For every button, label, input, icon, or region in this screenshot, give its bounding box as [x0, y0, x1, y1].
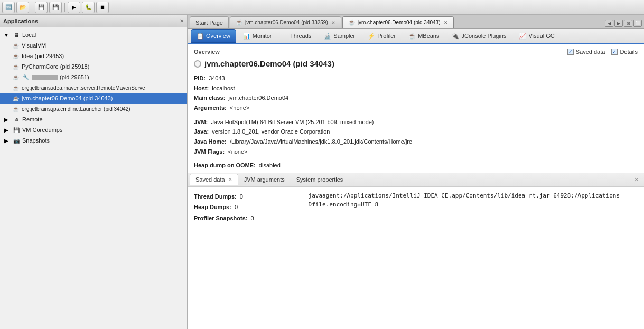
host-value: localhost: [212, 85, 235, 91]
sidebar-item-launcher[interactable]: ☕ org.jetbrains.jps.cmdline.Launcher (pi…: [0, 104, 187, 114]
sidebar-remote-label: Remote: [22, 116, 43, 123]
threads-icon: ≡: [285, 33, 288, 39]
win-restore-btn[interactable]: ▶: [614, 20, 623, 27]
pid-label: PID:: [194, 75, 206, 81]
tab-mbeans[interactable]: ☕ MBeans: [403, 29, 445, 43]
thread-dumps-row: Thread Dumps: 0: [194, 191, 292, 202]
profiler-snapshots-label: Profiler Snapshots:: [194, 215, 247, 221]
jconsole-label: JConsole Plugins: [461, 33, 506, 39]
jvm-arg-line2-text: -Dfile.encoding: [305, 201, 357, 208]
profiler-snapshots-value: 0: [251, 215, 254, 221]
tab-34043-label: jvm.chapter06.Demo04 (pid 34043): [358, 20, 441, 25]
toolbar-saveall-btn[interactable]: 💾: [49, 2, 62, 13]
profiler-snapshots-row: Profiler Snapshots: 0: [194, 213, 292, 224]
sys-props-tab-label: System properties: [296, 176, 343, 183]
bottom-tab-saved-data[interactable]: Saved data ✕: [190, 174, 238, 185]
sidebar-item-pycharm[interactable]: ☕ PyCharmCore (pid 25918): [0, 61, 187, 72]
bottom-tab-bar: Saved data ✕ JVM arguments System proper…: [188, 173, 644, 187]
toolbar-stop-btn[interactable]: ⏹: [96, 2, 109, 13]
process-title-row: jvm.chapter06.Demo04 (pid 34043): [194, 59, 638, 68]
win-minimize-btn[interactable]: ◀: [605, 20, 613, 27]
main-panel: Overview Saved data Details: [188, 44, 644, 329]
tab-demo04-34043[interactable]: ☕ jvm.chapter06.Demo04 (pid 34043) ✕: [342, 16, 454, 28]
tab-startpage[interactable]: Start Page: [190, 16, 229, 28]
saved-data-checkbox-item[interactable]: Saved data: [567, 49, 605, 55]
process-title: jvm.chapter06.Demo04 (pid 34043): [204, 59, 334, 68]
overview-icon: 📋: [197, 33, 204, 40]
sidebar-item-maven[interactable]: ☕ org.jetbrains.idea.maven.server.Remote…: [0, 82, 187, 93]
toolbar-open-btn[interactable]: 📂: [16, 2, 29, 13]
saved-data-tab-close[interactable]: ✕: [228, 177, 232, 182]
app-icon-demo04: ☕: [12, 94, 20, 102]
sidebar-item-idea[interactable]: ☕ Idea (pid 29453): [0, 51, 187, 61]
tab-34043-close[interactable]: ✕: [444, 20, 448, 25]
startpage-tab-label: Start Page: [195, 20, 223, 26]
folder-expand-icon-vm: ▶: [2, 126, 11, 134]
pid-value: 34043: [209, 75, 225, 81]
details-checkbox[interactable]: [611, 49, 618, 55]
sidebar-pycharm-label: PyCharmCore (pid 25918): [22, 63, 89, 70]
bottom-tab-sys-props[interactable]: System properties: [291, 174, 349, 185]
toolbar-save-btn[interactable]: 💾: [35, 2, 48, 13]
java-value: version 1.8.0_201, vendor Oracle Corpora…: [212, 128, 330, 135]
tab-33259-close[interactable]: ✕: [331, 20, 335, 25]
profiler-icon: ⚡: [368, 33, 375, 40]
checkbox-row: Saved data Details: [567, 49, 638, 55]
win-maximize-btn[interactable]: ⬜: [633, 20, 642, 27]
tab-profiler[interactable]: ⚡ Profiler: [362, 29, 402, 43]
toolbar-sep-2: [64, 3, 65, 12]
tab-visualgc[interactable]: 📈 Visual GC: [513, 29, 560, 43]
toolbar-new-btn[interactable]: 🆕: [2, 2, 15, 13]
main-class-value: jvm.chapter06.Demo04: [228, 95, 288, 101]
tab-overview[interactable]: 📋 Overview: [191, 29, 236, 43]
sidebar-close-btn[interactable]: ✕: [180, 18, 184, 24]
details-checkbox-item[interactable]: Details: [611, 49, 638, 55]
tab-monitor[interactable]: 📊 Monitor: [237, 29, 278, 43]
bottom-tab-bar-close[interactable]: ✕: [634, 176, 642, 183]
app-icon-idea: ☕: [12, 52, 20, 60]
bottom-tab-jvm-args[interactable]: JVM arguments: [238, 174, 291, 185]
win-detach-btn[interactable]: ⊡: [624, 20, 632, 27]
app-icon-maven: ☕: [12, 83, 20, 92]
sidebar-item-vmcoredumps[interactable]: ▶ 💾 VM Coredumps: [0, 125, 187, 135]
spacer: [194, 113, 638, 117]
main-layout: Applications ✕ ▼ 🖥 Local ☕ VisualVM ☕ Id…: [0, 15, 644, 329]
jvm-value: Java HotSpot(TM) 64-Bit Server VM (25.20…: [211, 119, 374, 125]
arguments-row: Arguments: <none>: [194, 103, 638, 113]
saved-data-checkbox-label: Saved data: [576, 49, 605, 55]
tab-jconsole[interactable]: 🔌 JConsole Plugins: [446, 29, 512, 43]
host-label: Host:: [194, 85, 209, 91]
toolbar-debug-btn[interactable]: 🐛: [82, 2, 95, 13]
app-icon-unknown2: 🔧: [22, 73, 30, 81]
heap-dumps-label: Heap Dumps:: [194, 204, 231, 210]
remote-folder-icon: 🖥: [12, 115, 21, 124]
thread-dumps-label: Thread Dumps:: [194, 193, 237, 200]
tab-sampler[interactable]: 🔬 Sampler: [318, 29, 361, 43]
sidebar-item-demo04[interactable]: ☕ jvm.chapter06.Demo04 (pid 34043): [0, 93, 187, 104]
toolbar-run-btn[interactable]: ▶: [68, 2, 80, 13]
app-icon-unknown: ☕: [12, 73, 20, 81]
sidebar-item-snapshots[interactable]: ▶ 📷 Snapshots: [0, 135, 187, 146]
overview-label: Overview: [206, 33, 230, 39]
sidebar-item-local[interactable]: ▼ 🖥 Local: [0, 30, 187, 40]
mbeans-icon: ☕: [408, 33, 416, 40]
visualgc-icon: 📈: [519, 33, 526, 40]
sidebar-vmcoredumps-label: VM Coredumps: [22, 127, 62, 133]
sidebar-item-visualvm[interactable]: ☕ VisualVM: [0, 40, 187, 51]
sidebar-idea-label: Idea (pid 29453): [22, 53, 64, 59]
local-folder-icon: 🖥: [12, 31, 21, 39]
top-toolbar: 🆕 📂 💾 💾 ▶ 🐛 ⏹: [0, 0, 644, 15]
tab-demo04-33259[interactable]: ☕ jvm.chapter06.Demo04 (pid 33259) ✕: [230, 16, 341, 28]
folder-expand-icon: ▼: [2, 31, 11, 39]
tab-threads[interactable]: ≡ Threads: [279, 29, 318, 43]
heap-dumps-row: Heap Dumps: 0: [194, 202, 292, 213]
heap-dump-value: disabled: [259, 162, 281, 168]
thread-dumps-value: 0: [240, 193, 243, 200]
profiler-label: Profiler: [377, 33, 396, 39]
sidebar-launcher-label: org.jetbrains.jps.cmdline.Launcher (pid …: [22, 106, 130, 112]
toolbar-sep-1: [32, 3, 32, 12]
sidebar-item-unknown[interactable]: ☕ 🔧 ████ (pid 29651): [0, 72, 187, 82]
sidebar-item-remote[interactable]: ▶ 🖥 Remote: [0, 114, 187, 125]
jvm-row: JVM: Java HotSpot(TM) 64-Bit Server VM (…: [194, 117, 638, 127]
saved-data-checkbox[interactable]: [567, 49, 574, 55]
